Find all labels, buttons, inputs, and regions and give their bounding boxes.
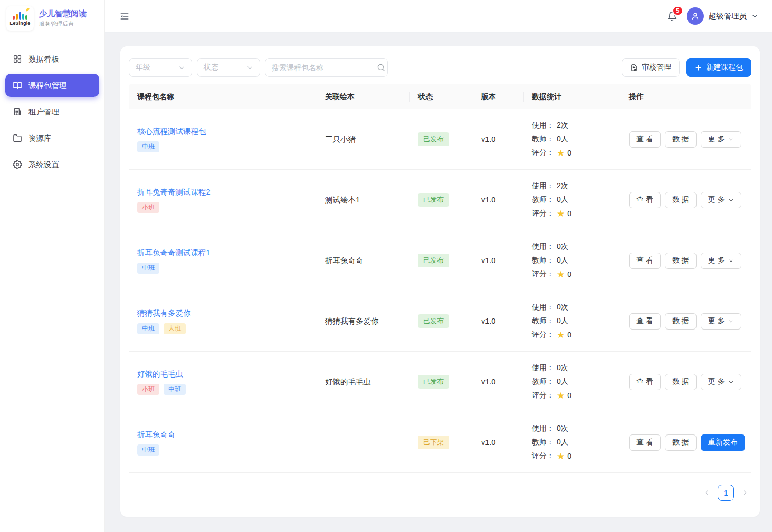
status-select[interactable]: 状态: [197, 58, 260, 77]
sidebar-item-dashboard[interactable]: 数据看板: [5, 47, 99, 71]
book-cell: 三只小猪: [317, 109, 409, 169]
column-header-status: 状态: [409, 92, 473, 102]
notifications-button[interactable]: 5: [665, 9, 679, 23]
version-cell: v1.0: [473, 230, 523, 291]
data-button[interactable]: 数 据: [665, 313, 697, 330]
open-book-icon: [13, 81, 22, 90]
sidebar-item-settings[interactable]: 系统设置: [5, 153, 99, 176]
data-button[interactable]: 数 据: [665, 131, 697, 148]
version-cell: v1.0: [473, 170, 523, 230]
republish-button[interactable]: 重新发布: [701, 434, 745, 451]
view-button[interactable]: 查 看: [629, 131, 661, 148]
search-input[interactable]: [265, 63, 374, 72]
sidebar-collapse-button[interactable]: [118, 9, 131, 23]
version-cell: v1.0: [473, 109, 523, 169]
data-button[interactable]: 数 据: [665, 253, 697, 269]
table-row: 好饿的毛毛虫 小班 中班 好饿的毛毛虫 已发布 v1.0 使用：0次 教师：0人…: [129, 352, 751, 412]
folder-icon: [13, 133, 22, 143]
more-button[interactable]: 更 多: [701, 374, 741, 390]
prev-page-button[interactable]: [703, 489, 710, 496]
usage-value: 0次: [557, 424, 568, 433]
teachers-value: 0人: [557, 256, 568, 265]
more-button[interactable]: 更 多: [701, 313, 741, 330]
grade-tag: 中班: [137, 323, 159, 334]
main-content: 年级 状态 审核管理: [105, 33, 772, 517]
next-page-button[interactable]: [741, 489, 748, 496]
more-button[interactable]: 更 多: [701, 192, 741, 208]
stats-cell: 使用：2次 教师：0人 评分：★0: [523, 170, 621, 230]
package-name-link[interactable]: 折耳兔奇奇测试课程1: [137, 248, 211, 258]
sidebar-nav: 数据看板 课程包管理 租户管理 资源库 系统设置: [0, 38, 104, 176]
page-number-button[interactable]: 1: [718, 485, 734, 501]
create-package-button[interactable]: 新建课程包: [686, 58, 751, 77]
grade-tag: 小班: [137, 384, 159, 395]
topbar: 5 超级管理员: [105, 0, 772, 33]
stats-cell: 使用：0次 教师：0人 评分：★0: [523, 412, 621, 472]
chevron-down-icon: [728, 258, 734, 264]
app-logo: LeSingle 少儿智慧阅读 服务管理后台: [0, 0, 104, 38]
app-subtitle: 服务管理后台: [39, 20, 87, 28]
grade-select[interactable]: 年级: [129, 58, 192, 77]
table-row: 核心流程测试课程包 中班 三只小猪 已发布 v1.0 使用：2次 教师：0人 评…: [129, 109, 751, 170]
table-row: 折耳兔奇奇测试课程1 中班 折耳兔奇奇 已发布 v1.0 使用：0次 教师：0人…: [129, 230, 751, 291]
table-row: 猜猜我有多爱你 中班 大班 猜猜我有多爱你 已发布 v1.0 使用：0次 教师：…: [129, 291, 751, 352]
grade-select-value: 年级: [136, 63, 150, 72]
rating-value: 0: [567, 331, 571, 339]
package-name-link[interactable]: 好饿的毛毛虫: [137, 369, 183, 379]
logo-mark: LeSingle: [6, 6, 34, 31]
building-icon: [13, 107, 22, 117]
gear-icon: [13, 160, 22, 169]
logo-bars-shape: [13, 11, 27, 20]
grade-tag: 大班: [164, 323, 186, 334]
view-button[interactable]: 查 看: [629, 313, 661, 330]
grade-tag: 中班: [137, 141, 159, 152]
package-name-link[interactable]: 折耳兔奇奇: [137, 430, 176, 440]
package-name-link[interactable]: 猜猜我有多爱你: [137, 308, 191, 318]
column-header-stats: 数据统计: [523, 92, 621, 102]
view-button[interactable]: 查 看: [629, 434, 661, 451]
rating-value: 0: [567, 209, 571, 218]
view-button[interactable]: 查 看: [629, 253, 661, 269]
stats-cell: 使用：0次 教师：0人 评分：★0: [523, 291, 621, 351]
search-button[interactable]: [374, 59, 387, 76]
package-name-link[interactable]: 核心流程测试课程包: [137, 127, 206, 137]
app-title: 少儿智慧阅读: [39, 9, 87, 19]
package-name-link[interactable]: 折耳兔奇奇测试课程2: [137, 187, 211, 197]
review-management-button[interactable]: 审核管理: [622, 58, 680, 77]
view-button[interactable]: 查 看: [629, 192, 661, 208]
logo-leaf-shape: [25, 7, 30, 11]
chevron-down-icon: [728, 318, 734, 324]
filter-toolbar: 年级 状态 审核管理: [129, 58, 751, 77]
status-badge: 已发布: [418, 193, 449, 207]
brand-name: LeSingle: [9, 21, 30, 26]
star-icon: ★: [557, 331, 565, 340]
sidebar-item-resources[interactable]: 资源库: [5, 127, 99, 150]
star-icon: ★: [557, 149, 565, 158]
book-cell: 好饿的毛毛虫: [317, 352, 409, 412]
rating-value: 0: [567, 452, 571, 460]
stats-cell: 使用：0次 教师：0人 评分：★0: [523, 352, 621, 412]
chevron-left-icon: [703, 489, 710, 496]
user-icon: [691, 12, 700, 21]
menu-fold-icon: [119, 11, 130, 22]
more-button[interactable]: 更 多: [701, 131, 741, 148]
view-button[interactable]: 查 看: [629, 374, 661, 390]
grade-tag: 中班: [137, 444, 159, 456]
rating-value: 0: [567, 391, 571, 400]
data-button[interactable]: 数 据: [665, 434, 697, 451]
sidebar-item-course-packages[interactable]: 课程包管理: [5, 74, 99, 97]
teachers-value: 0人: [557, 316, 568, 326]
status-badge: 已发布: [418, 375, 449, 389]
sidebar-item-tenants[interactable]: 租户管理: [5, 100, 99, 123]
book-cell: 折耳兔奇奇: [317, 230, 409, 291]
column-header-book: 关联绘本: [317, 92, 409, 102]
user-menu[interactable]: 超级管理员: [687, 7, 759, 25]
usage-value: 0次: [557, 363, 568, 373]
data-button[interactable]: 数 据: [665, 374, 697, 390]
course-package-table: 课程包名称 关联绘本 状态 版本 数据统计 操作 核心流程测试课程包 中班 三只…: [129, 84, 751, 473]
more-button[interactable]: 更 多: [701, 253, 741, 269]
chevron-down-icon: [728, 137, 734, 142]
table-row: 折耳兔奇奇测试课程2 小班 测试绘本1 已发布 v1.0 使用：2次 教师：0人…: [129, 170, 751, 230]
data-button[interactable]: 数 据: [665, 192, 697, 208]
version-cell: v1.0: [473, 412, 523, 472]
